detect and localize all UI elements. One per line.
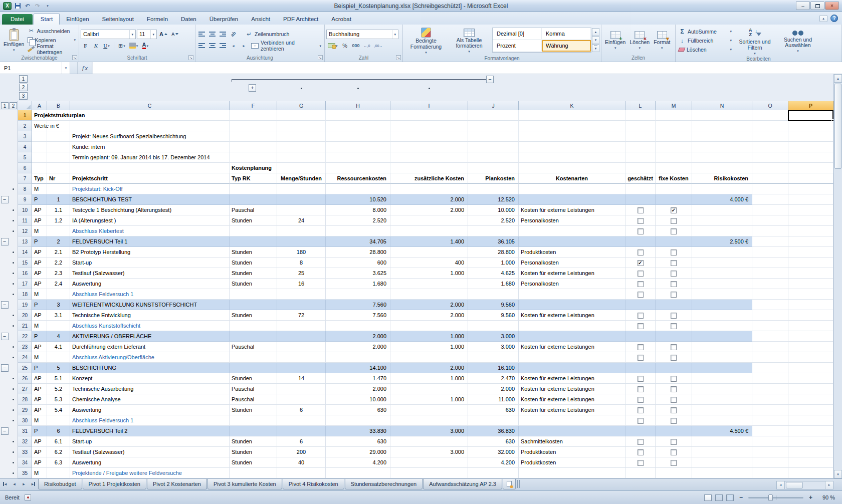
clipboard-dialog-launcher[interactable]: ↘ xyxy=(72,55,77,60)
cell-L34[interactable] xyxy=(625,457,656,468)
column-header-J[interactable]: J xyxy=(468,101,519,110)
cell-A21[interactable]: M xyxy=(32,321,47,331)
cell-K28[interactable]: Kosten für externe Leistungen xyxy=(519,394,625,405)
cell-O19[interactable] xyxy=(752,300,788,310)
autosum-button[interactable]: ΣAutoSumme▾ xyxy=(677,27,733,36)
cell-G29[interactable]: 6 xyxy=(277,405,326,415)
cell-A18[interactable]: M xyxy=(32,289,47,300)
cell-I19[interactable]: 2.000 xyxy=(390,300,468,310)
cell-F29[interactable]: Stunden xyxy=(230,405,277,415)
cell-A25[interactable]: P xyxy=(32,363,47,373)
cell-N7[interactable]: Risikokosten xyxy=(692,173,752,184)
cell-I29[interactable] xyxy=(390,405,468,415)
cell-L8[interactable] xyxy=(625,184,656,194)
cell-F17[interactable]: Stunden xyxy=(230,279,277,289)
normal-view-button[interactable] xyxy=(704,494,712,501)
cell-C25[interactable]: BESCHICHTUNG xyxy=(70,363,230,373)
checkbox-M20[interactable] xyxy=(671,313,677,319)
cell-G17[interactable]: 16 xyxy=(277,279,326,289)
cell-K21[interactable] xyxy=(519,321,625,331)
cell-I30[interactable] xyxy=(390,415,468,426)
format-painter-button[interactable]: Format übertragen xyxy=(26,45,77,54)
column-header-M[interactable]: M xyxy=(656,101,692,110)
number-format-select[interactable]: Buchhaltung▾ xyxy=(326,30,398,39)
cell-M35[interactable] xyxy=(656,468,692,478)
cell-H4[interactable] xyxy=(326,142,390,152)
cell-P13[interactable] xyxy=(788,236,833,247)
cell-F23[interactable]: Pauschal xyxy=(230,342,277,352)
checkbox-L29[interactable] xyxy=(638,407,644,413)
cell-L28[interactable] xyxy=(625,394,656,405)
cell-L4[interactable] xyxy=(625,142,656,152)
column-header-B[interactable]: B xyxy=(47,101,70,110)
cell-J30[interactable] xyxy=(468,415,519,426)
cell-K34[interactable]: Produktkosten xyxy=(519,457,625,468)
cell-G7[interactable]: Menge/Stunden xyxy=(277,173,326,184)
save-button[interactable] xyxy=(14,2,22,10)
align-bottom-button[interactable] xyxy=(218,30,228,39)
horizontal-scrollbar[interactable]: ◂ ▸ xyxy=(776,479,842,491)
font-size-select[interactable]: 11▾ xyxy=(137,30,157,39)
cell-L22[interactable] xyxy=(625,331,656,342)
cell-L23[interactable] xyxy=(625,342,656,352)
cell-K19[interactable] xyxy=(519,300,625,310)
cell-A32[interactable]: AP xyxy=(32,436,47,447)
cell-J31[interactable]: 36.830 xyxy=(468,426,519,436)
cell-M30[interactable] xyxy=(656,415,692,426)
cell-K2[interactable] xyxy=(519,121,625,131)
cell-N30[interactable] xyxy=(692,415,752,426)
cell-B3[interactable] xyxy=(47,131,70,142)
checkbox-M28[interactable] xyxy=(671,397,677,403)
cell-C15[interactable]: Start-up xyxy=(70,258,230,268)
cell-L15[interactable]: ✓ xyxy=(625,258,656,268)
cell-F30[interactable] xyxy=(230,415,277,426)
cell-M23[interactable] xyxy=(656,342,692,352)
cell-A6[interactable] xyxy=(32,163,47,173)
help-button[interactable]: ? xyxy=(830,15,838,22)
checkbox-M30[interactable] xyxy=(671,418,677,424)
cell-O2[interactable] xyxy=(752,121,788,131)
row-header-31[interactable]: 31 xyxy=(18,426,32,436)
cell-C24[interactable]: Abschluss Aktivierung/Oberfläche xyxy=(70,352,230,363)
sheet-tab-1[interactable]: Risikobudget xyxy=(38,479,82,489)
cell-N12[interactable] xyxy=(692,226,752,236)
ribbon-tab-ansicht[interactable]: Ansicht xyxy=(245,14,277,25)
cell-H33[interactable]: 29.000 xyxy=(326,447,390,457)
cell-H5[interactable] xyxy=(326,152,390,163)
checkbox-L14[interactable] xyxy=(638,249,644,256)
cell-J3[interactable] xyxy=(468,131,519,142)
sheet-tab-4[interactable]: Pivot 3 kumulierte Kosten xyxy=(207,479,282,489)
row-outline-level-2-button[interactable]: 2 xyxy=(10,102,17,109)
cell-P31[interactable] xyxy=(788,426,833,436)
cell-I34[interactable] xyxy=(390,457,468,468)
cell-B18[interactable] xyxy=(47,289,70,300)
cell-N29[interactable] xyxy=(692,405,752,415)
cell-B28[interactable]: 5.3 xyxy=(47,394,70,405)
cut-button[interactable]: ✂Ausschneiden xyxy=(26,27,77,36)
cell-C8[interactable]: Projektstart: Kick-Off xyxy=(70,184,230,194)
ribbon-tab-seitenlayout[interactable]: Seitenlayout xyxy=(96,14,140,25)
cell-F22[interactable] xyxy=(230,331,277,342)
cell-A15[interactable]: AP xyxy=(32,258,47,268)
scroll-up-button[interactable]: ▴ xyxy=(834,74,842,83)
cell-C10[interactable]: Testcycle 1 Beschichtung (Alterungstest) xyxy=(70,205,230,215)
cell-N27[interactable] xyxy=(692,384,752,394)
cell-O5[interactable] xyxy=(752,152,788,163)
vertical-scrollbar[interactable]: ▴ ▾ xyxy=(833,74,842,478)
row-header-18[interactable]: 18 xyxy=(18,289,32,300)
row-header-26[interactable]: 26 xyxy=(18,373,32,384)
cell-P6[interactable] xyxy=(788,163,833,173)
checkbox-M10[interactable]: ✓ xyxy=(671,207,677,213)
cell-A26[interactable]: AP xyxy=(32,373,47,384)
cell-L27[interactable] xyxy=(625,384,656,394)
cell-A13[interactable]: P xyxy=(32,236,47,247)
cell-P26[interactable] xyxy=(788,373,833,384)
page-layout-view-button[interactable] xyxy=(715,494,723,501)
cell-C3[interactable]: Projekt: Neues Surfboard Spezialbeschich… xyxy=(70,131,230,142)
tab-split-handle[interactable] xyxy=(517,480,520,488)
cell-A2[interactable]: Werte in € xyxy=(32,121,47,131)
row-header-3[interactable]: 3 xyxy=(18,131,32,142)
cell-I9[interactable]: 2.000 xyxy=(390,194,468,205)
cell-O22[interactable] xyxy=(752,331,788,342)
cell-I23[interactable]: 1.000 xyxy=(390,342,468,352)
